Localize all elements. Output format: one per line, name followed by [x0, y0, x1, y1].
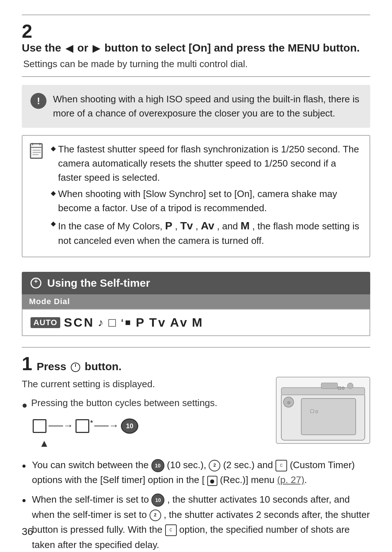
- step1-content: The current setting is displayed. ● Pres…: [22, 377, 370, 452]
- svg-rect-9: [301, 398, 356, 435]
- self-timer-icon: [30, 278, 41, 289]
- auto-badge: AUTO: [30, 317, 60, 328]
- svg-text:□☼: □☼: [310, 408, 319, 414]
- step1-number: 1: [22, 354, 32, 373]
- svg-text:⊙: ⊙: [287, 400, 290, 405]
- mode-burst1: ‘■: [121, 317, 132, 328]
- svg-rect-12: [321, 383, 338, 389]
- flow-square: [33, 419, 46, 433]
- bullet-item-1: ● You can switch between the 10 (10 sec.…: [22, 458, 370, 488]
- step2-subtitle: Settings can be made by turning the mult…: [23, 58, 370, 70]
- mode-m: M: [192, 315, 204, 330]
- note-icon: [29, 143, 45, 161]
- bullets-section: ● You can switch between the 10 (10 sec.…: [22, 458, 370, 552]
- step2-or: or: [77, 42, 88, 54]
- note-item-2: When shooting with [Slow Synchro] set to…: [51, 187, 362, 215]
- step2-title-end: button to select [On] and press the MENU…: [105, 42, 360, 54]
- flow-burst-square: *: [75, 419, 92, 433]
- warning-box: ! When shooting with a high ISO speed an…: [22, 85, 370, 128]
- step1-title: Press button.: [37, 360, 122, 373]
- self-timer-sym: [71, 363, 80, 372]
- mode-icons-bar: AUTO SCN ♪ □ ‘■ P Tv Av M: [22, 309, 370, 336]
- step1-bullet1: ● Pressing the button cycles between set…: [22, 396, 265, 413]
- bullet-2-text: When the self-timer is set to 10 , the s…: [32, 492, 370, 552]
- bullet-circle-1: ●: [22, 460, 28, 471]
- mode-running: ♪: [98, 316, 105, 329]
- mode-dial-label: Mode Dial: [29, 297, 70, 306]
- flow-arrow-1: ──→: [49, 418, 73, 434]
- step2-number: 2: [22, 22, 32, 41]
- page-number: 36: [22, 526, 33, 537]
- step2-heading: 2 Use the ◀ or ▶ button to select [On] a…: [22, 22, 370, 55]
- flow-timer10: 10: [121, 418, 138, 434]
- step2-bottom-rule: [22, 76, 370, 77]
- flow-arrow-up: ▲: [39, 436, 265, 452]
- warning-icon: !: [30, 93, 46, 109]
- self-timer-section-header: Using the Self-timer: [22, 272, 370, 294]
- note-content: The fastest shutter speed for flash sync…: [51, 142, 362, 250]
- mode-tv: Tv: [149, 315, 167, 330]
- timer-flow-diagram: ──→ * ──→ 10: [33, 418, 265, 434]
- note-item-3: In the case of My Colors, P , Tv , Av , …: [51, 217, 362, 248]
- mode-p: P: [136, 315, 146, 330]
- self-timer-title: Using the Self-timer: [47, 277, 150, 289]
- arrow-right-icon: ▶: [93, 43, 100, 54]
- step2-title-start: Use the: [22, 42, 61, 54]
- note-item-1: The fastest shutter speed for flash sync…: [51, 142, 362, 185]
- flow-arrow-2: ──→: [94, 418, 119, 434]
- step1-bullet1-text: Pressing the button cycles between setti…: [31, 396, 217, 411]
- bullet-1-text: You can switch between the 10 (10 sec.),…: [32, 458, 370, 488]
- step2-title: Use the ◀ or ▶ button to select [On] and…: [22, 41, 360, 55]
- mode-av: Av: [170, 315, 188, 330]
- note-box: The fastest shutter speed for flash sync…: [22, 135, 370, 257]
- step1-text: The current setting is displayed. ● Pres…: [22, 377, 265, 452]
- arrow-left-icon: ◀: [66, 43, 73, 54]
- mode-scn: SCN: [64, 315, 94, 330]
- svg-text:⊡⊙: ⊡⊙: [338, 385, 345, 391]
- page-link-1[interactable]: (p. 27): [277, 474, 304, 485]
- warning-text: When shooting with a high ISO speed and …: [53, 92, 362, 120]
- step1-heading: 1 Press button.: [22, 347, 370, 373]
- mode-movie: □: [109, 315, 118, 330]
- step1-subtitle: The current setting is displayed.: [22, 377, 265, 392]
- svg-point-13: [347, 383, 353, 389]
- bullet-item-2: ● When the self-timer is set to 10 , the…: [22, 492, 370, 552]
- bullet-circle-2: ●: [22, 494, 28, 506]
- camera-diagram: ⊙ □☼ ⊡⊙: [276, 377, 370, 444]
- svg-rect-0: [30, 144, 42, 158]
- bullet-dot-1: ●: [22, 398, 28, 413]
- top-rule: [22, 15, 370, 15]
- mode-dial-bar: Mode Dial: [22, 294, 370, 309]
